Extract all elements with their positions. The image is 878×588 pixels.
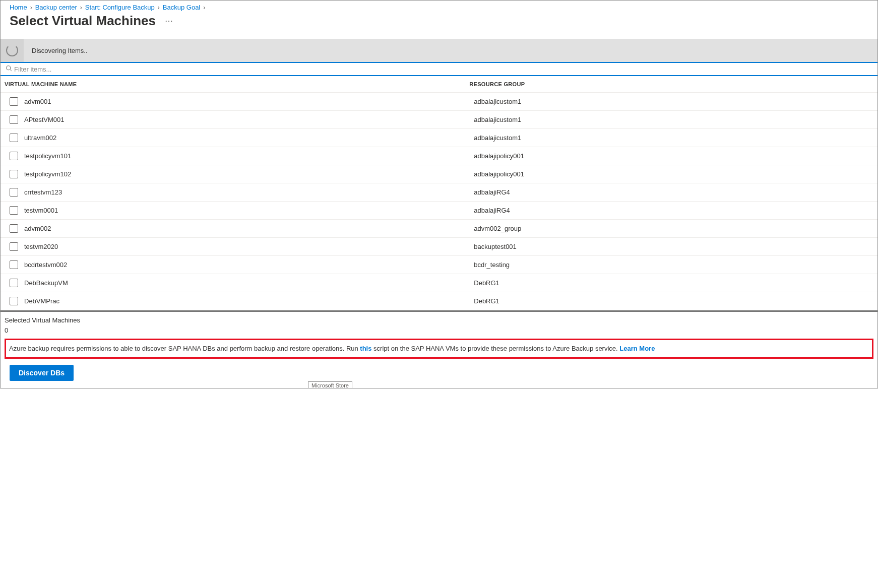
vm-name: bcdrtestvm002 xyxy=(24,261,67,269)
col-header-vm-name: VIRTUAL MACHINE NAME xyxy=(5,81,469,87)
vm-name: advm001 xyxy=(24,98,51,105)
table-row[interactable]: testpolicyvm101 adbalajipolicy001 xyxy=(1,147,877,165)
row-checkbox[interactable] xyxy=(10,188,18,197)
table-body: advm001 adbalajicustom1 APtestVM001 adba… xyxy=(1,93,877,310)
table-row[interactable]: APtestVM001 adbalajicustom1 xyxy=(1,111,877,129)
ms-store-tooltip: Microsoft Store xyxy=(308,381,352,388)
row-checkbox[interactable] xyxy=(10,115,18,124)
row-checkbox[interactable] xyxy=(10,297,18,305)
vm-name: testvm0001 xyxy=(24,207,58,214)
table-row[interactable]: ultravm002 adbalajicustom1 xyxy=(1,129,877,147)
table-header: VIRTUAL MACHINE NAME RESOURCE GROUP xyxy=(1,76,877,93)
breadcrumb: Home › Backup center › Start: Configure … xyxy=(1,1,877,12)
page-title: Select Virtual Machines xyxy=(10,13,156,29)
table-row[interactable]: bcdrtestvm002 bcdr_testing xyxy=(1,256,877,274)
breadcrumb-home[interactable]: Home xyxy=(10,4,27,11)
svg-point-0 xyxy=(7,66,11,70)
chevron-right-icon: › xyxy=(158,4,160,11)
vm-name: DebVMPrac xyxy=(24,297,59,305)
filter-row xyxy=(1,62,877,76)
col-header-resource-group: RESOURCE GROUP xyxy=(469,81,873,87)
vm-name: crrtestvm123 xyxy=(24,188,62,196)
search-icon xyxy=(6,65,12,73)
chevron-right-icon: › xyxy=(203,4,205,11)
vm-name: ultravm002 xyxy=(24,134,56,142)
vm-name: testvm2020 xyxy=(24,243,58,250)
row-checkbox[interactable] xyxy=(10,224,18,233)
row-checkbox[interactable] xyxy=(10,279,18,287)
resource-group-name: adbalajipolicy001 xyxy=(474,170,877,178)
notice-text-mid: script on the SAP HANA VMs to provide th… xyxy=(371,345,619,352)
row-checkbox[interactable] xyxy=(10,152,18,160)
row-checkbox[interactable] xyxy=(10,242,18,251)
resource-group-name: DebRG1 xyxy=(474,279,877,287)
loading-spinner-icon xyxy=(6,44,18,56)
chevron-right-icon: › xyxy=(80,4,82,11)
permissions-notice: Azure backup requires permissions to abl… xyxy=(5,339,873,359)
table-row[interactable]: DebBackupVM DebRG1 xyxy=(1,274,877,292)
status-text: Discovering Items.. xyxy=(24,47,88,54)
vm-name: testpolicyvm102 xyxy=(24,170,71,178)
resource-group-name: adbalajicustom1 xyxy=(474,134,877,142)
resource-group-name: adbalajicustom1 xyxy=(474,116,877,123)
breadcrumb-backup-goal[interactable]: Backup Goal xyxy=(163,4,200,11)
resource-group-name: DebRG1 xyxy=(474,297,877,305)
row-checkbox[interactable] xyxy=(10,97,18,106)
script-link[interactable]: this xyxy=(360,345,371,352)
breadcrumb-backup-center[interactable]: Backup center xyxy=(35,4,77,11)
row-checkbox[interactable] xyxy=(10,170,18,178)
vm-name: testpolicyvm101 xyxy=(24,152,71,160)
discover-dbs-button[interactable]: Discover DBs xyxy=(10,365,74,381)
more-actions-icon[interactable]: ⋯ xyxy=(165,16,174,26)
table-row[interactable]: DebVMPrac DebRG1 xyxy=(1,292,877,310)
resource-group-name: adbalajiRG4 xyxy=(474,207,877,214)
resource-group-name: backuptest001 xyxy=(474,243,877,250)
table-row[interactable]: testvm2020 backuptest001 xyxy=(1,238,877,256)
selected-section: Selected Virtual Machines 0 xyxy=(1,312,877,339)
selected-count: 0 xyxy=(5,326,873,334)
vm-name: DebBackupVM xyxy=(24,279,68,287)
resource-group-name: advm002_group xyxy=(474,225,877,232)
table-row[interactable]: testpolicyvm102 adbalajipolicy001 xyxy=(1,165,877,183)
chevron-right-icon: › xyxy=(30,4,32,11)
spinner-box xyxy=(1,39,24,62)
learn-more-link[interactable]: Learn More xyxy=(619,345,655,352)
notice-text-pre: Azure backup requires permissions to abl… xyxy=(9,345,360,352)
row-checkbox[interactable] xyxy=(10,206,18,215)
resource-group-name: adbalajiRG4 xyxy=(474,188,877,196)
vm-name: advm002 xyxy=(24,225,51,232)
table-row[interactable]: crrtestvm123 adbalajiRG4 xyxy=(1,183,877,202)
row-checkbox[interactable] xyxy=(10,260,18,269)
row-checkbox[interactable] xyxy=(10,134,18,142)
resource-group-name: bcdr_testing xyxy=(474,261,877,269)
selected-label: Selected Virtual Machines xyxy=(5,316,873,324)
resource-group-name: adbalajicustom1 xyxy=(474,98,877,105)
svg-line-1 xyxy=(10,70,12,71)
vm-name: APtestVM001 xyxy=(24,116,65,123)
breadcrumb-configure-backup[interactable]: Start: Configure Backup xyxy=(85,4,155,11)
filter-input[interactable] xyxy=(14,66,872,73)
status-bar: Discovering Items.. xyxy=(1,39,877,62)
table-row[interactable]: advm001 adbalajicustom1 xyxy=(1,93,877,111)
table-row[interactable]: advm002 advm002_group xyxy=(1,220,877,238)
table-row[interactable]: testvm0001 adbalajiRG4 xyxy=(1,202,877,220)
resource-group-name: adbalajipolicy001 xyxy=(474,152,877,160)
